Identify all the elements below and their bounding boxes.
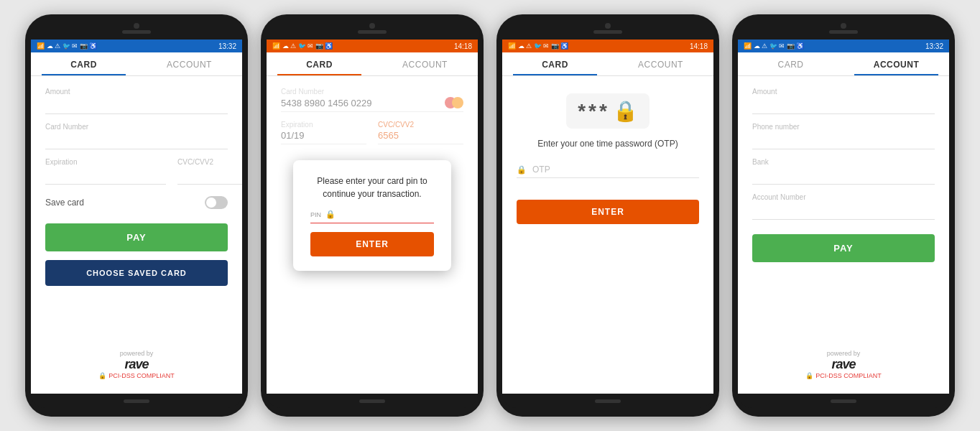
rave-logo-1: rave [124,357,148,372]
cvc-field-1: CVC/CVV2 [177,158,242,185]
account-num-label-4: Account Number [752,193,935,201]
tab-card-3[interactable]: CARD [502,52,608,75]
otp-lock-display-3: *** 🔒 [566,93,650,129]
account-num-input-4[interactable] [752,203,935,216]
bank-field-4: Bank [752,158,935,185]
phone-input-4[interactable] [752,132,935,146]
tabs-2: CARD ACCOUNT [267,52,478,76]
tab-card-4[interactable]: CARD [738,52,843,75]
phone-bottom-2 [267,394,478,408]
status-icons-left-4: 📶 ☁ ⚠ 🐦 ✉ 📷 ♿ [744,42,804,50]
phone-1: 📶 ☁ ⚠ 🐦 ✉ 📷 ♿ 13:32 CARD ACCOUNT Amount … [25,14,248,417]
expiration-value-2: 01/19 [281,130,366,141]
pay-button-4[interactable]: PAY [752,234,935,262]
phone-3: 📶 ☁ ⚠ 🐦 ✉ 📷 ♿ 14:18 CARD ACCOUNT *** 🔒 E… [496,14,719,417]
enter-button-2[interactable]: ENTER [310,232,434,256]
otp-instruction-3: Enter your one time password (OTP) [537,139,678,149]
cvc-input-1[interactable] [177,167,242,181]
bank-label-4: Bank [752,158,935,166]
pin-input-row-2: PIN 🔒 [310,209,434,223]
choose-saved-button-1[interactable]: CHOOSE SAVED CARD [45,260,228,286]
status-bar-4: 📶 ☁ ⚠ 🐦 ✉ 📷 ♿ 13:32 [738,40,949,52]
expiration-field-2: Expiration 01/19 [281,121,366,144]
cvc-value-2: 6565 [378,130,463,141]
cvc-label-1: CVC/CVV2 [177,158,242,166]
pin-input-2[interactable] [340,209,397,220]
status-bar-2: 📶 ☁ ⚠ 🐦 ✉ 📷 ♿ 14:18 [267,40,478,52]
otp-stars-3: *** [578,100,610,123]
bank-input-4[interactable] [752,167,935,181]
camera-4 [841,23,846,29]
phone-top-bar-2 [267,23,478,37]
card-number-value-2: 5438 8980 1456 0229 [281,98,372,108]
lock-icon-pin: 🔒 [325,210,336,219]
home-button-2 [359,399,385,403]
status-icons-left-1: 📶 ☁ ⚠ 🐦 ✉ 📷 ♿ [37,42,97,50]
camera-2 [369,23,375,29]
status-icons-left-2: 📶 ☁ ⚠ 🐦 ✉ 📷 ♿ [272,42,333,50]
phone-4: 📶 ☁ ⚠ 🐦 ✉ 📷 ♿ 13:32 CARD ACCOUNT Amount … [732,14,955,417]
status-icons-left-3: 📶 ☁ ⚠ 🐦 ✉ 📷 ♿ [508,42,568,50]
screen-content-1: Amount Card Number Expiration CVC/CVV2 S… [31,76,242,394]
speaker-2 [358,30,387,34]
enter-button-3[interactable]: ENTER [517,200,699,224]
amount-input-1[interactable] [45,97,228,111]
pci-label-1[interactable]: 🔒 PCI-DSS COMPLIANT [98,372,175,379]
powered-text-4: powered by [827,350,861,357]
account-num-field-4: Account Number [752,193,935,220]
lock-icon-otp: 🔒 [613,99,638,123]
phone-field-4: Phone number [752,123,935,149]
card-number-label-2: Card Number [281,88,463,96]
tab-account-4[interactable]: ACCOUNT [843,52,949,75]
tab-account-1[interactable]: ACCOUNT [137,52,242,75]
home-button-3 [595,399,621,403]
status-time-1: 13:32 [218,42,236,50]
tab-account-3[interactable]: ACCOUNT [608,52,713,75]
tabs-3: CARD ACCOUNT [502,52,713,76]
footer-1: powered by rave 🔒 PCI-DSS COMPLIANT [45,344,228,382]
powered-text-1: powered by [120,350,154,357]
tabs-1: CARD ACCOUNT [31,52,242,76]
otp-placeholder-3: OTP [532,164,699,175]
pci-label-4[interactable]: 🔒 PCI-DSS COMPLIANT [805,372,882,379]
phone-top-bar-3 [502,23,713,37]
otp-lock-icon: 🔒 [517,165,527,175]
tab-account-2[interactable]: ACCOUNT [372,52,478,75]
exp-cvc-row-2: Expiration 01/19 CVC/CVV2 6565 [281,121,463,144]
card-number-input-1[interactable] [45,132,228,146]
amount-label-1: Amount [45,88,228,96]
status-time-3: 14:18 [690,42,708,50]
camera-3 [605,23,611,29]
tab-card-1[interactable]: CARD [31,52,137,75]
footer-4: powered by rave 🔒 PCI-DSS COMPLIANT [752,344,935,382]
rave-logo-4: rave [831,357,855,372]
camera-1 [134,23,139,29]
card-number-row-2: 5438 8980 1456 0229 [281,97,463,108]
status-time-4: 13:32 [925,42,943,50]
pin-message-2: Please enter your card pin to continue y… [310,175,434,200]
speaker-3 [593,30,622,34]
mc-yellow-2 [452,97,463,108]
otp-input-row-3: 🔒 OTP [517,164,699,178]
card-number-label-1: Card Number [45,123,228,131]
expiration-input-1[interactable] [45,167,166,181]
amount-input-4[interactable] [752,97,935,111]
expiration-label-2: Expiration [281,121,366,129]
status-bar-3: 📶 ☁ ⚠ 🐦 ✉ 📷 ♿ 14:18 [502,40,713,52]
home-button-1 [124,399,149,403]
amount-field-1: Amount [45,88,228,114]
phone-top-bar-4 [738,23,949,37]
save-card-row-1: Save card [45,196,228,209]
card-number-field-2: Card Number 5438 8980 1456 0229 [281,88,463,112]
phone-bottom-4 [738,394,949,408]
tab-card-2[interactable]: CARD [267,52,372,75]
pay-button-1[interactable]: PAY [45,223,228,251]
speaker-4 [829,30,858,34]
expiration-field-1: Expiration [45,158,166,185]
mastercard-icon-2 [445,97,463,108]
cvc-field-2: CVC/CVV2 6565 [378,121,463,144]
screen-1: 📶 ☁ ⚠ 🐦 ✉ 📷 ♿ 13:32 CARD ACCOUNT Amount … [31,40,242,394]
phone-bottom-3 [502,394,713,408]
speaker-1 [122,30,151,34]
save-card-toggle-1[interactable] [205,196,228,209]
